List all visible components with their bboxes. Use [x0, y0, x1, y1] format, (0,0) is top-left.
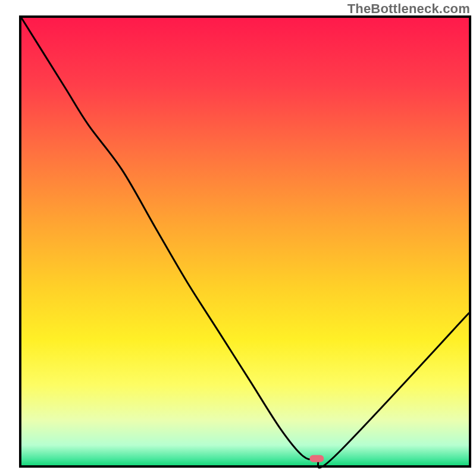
watermark-text: TheBottleneck.com [347, 1, 470, 17]
chart-container: TheBottleneck.com [0, 0, 476, 476]
gradient-background [21, 18, 469, 465]
optimal-marker [309, 455, 324, 462]
bottleneck-chart [0, 0, 476, 476]
